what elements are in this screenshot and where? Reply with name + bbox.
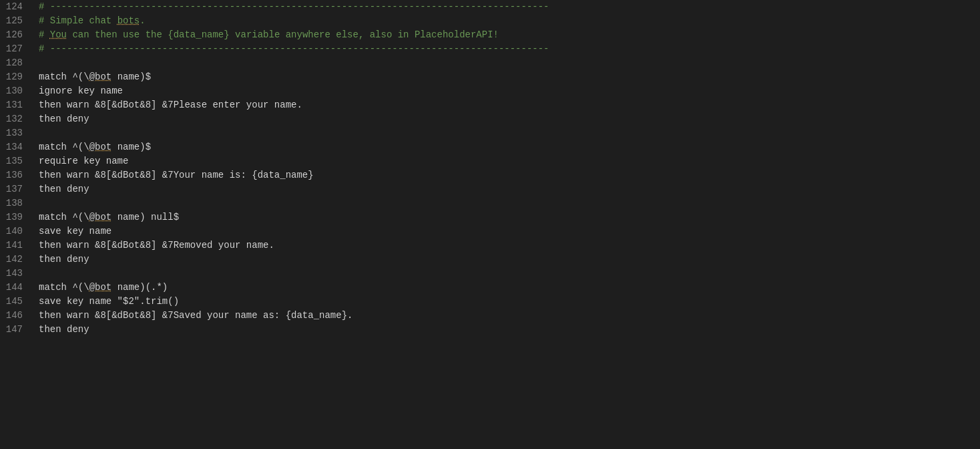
line-content-127: # --------------------------------------… [33,42,980,56]
line-number-133: 133 [0,126,33,140]
line-number-132: 132 [0,112,33,126]
line-content-125: # Simple chat bots. [33,14,980,28]
line-content-135: require key name [33,154,980,168]
code-line-129: 129 match ^(\@bot name)$ [0,70,980,84]
code-line-126: 126 # You can then use the {data_name} v… [0,28,980,42]
line-content-142: then deny [33,253,980,267]
line-content-126: # You can then use the {data_name} varia… [33,28,980,42]
code-line-130: 130 ignore key name [0,84,980,98]
code-line-138: 138 [0,196,980,210]
line-content-138 [33,196,980,210]
line-content-132: then deny [33,112,980,126]
line-content-147: then deny [33,323,980,337]
line-content-141: then warn &8[&dBot&8] &7Removed your nam… [33,239,980,253]
line-number-135: 135 [0,154,33,168]
code-lines: 124 # ----------------------------------… [0,0,980,337]
code-editor[interactable]: 124 # ----------------------------------… [0,0,980,449]
line-number-124: 124 [0,0,33,14]
code-line-142: 142 then deny [0,253,980,267]
line-number-143: 143 [0,267,33,281]
code-line-144: 144 match ^(\@bot name)(.*) [0,281,980,295]
line-number-145: 145 [0,295,33,309]
line-content-128 [33,56,980,70]
line-number-140: 140 [0,224,33,239]
code-line-133: 133 [0,126,980,140]
line-number-141: 141 [0,239,33,253]
line-number-139: 139 [0,210,33,224]
line-number-144: 144 [0,281,33,295]
line-number-136: 136 [0,168,33,182]
code-line-137: 137 then deny [0,182,980,196]
line-content-146: then warn &8[&dBot&8] &7Saved your name … [33,309,980,323]
line-number-126: 126 [0,28,33,42]
line-number-137: 137 [0,182,33,196]
line-number-146: 146 [0,309,33,323]
line-number-130: 130 [0,84,33,98]
code-line-136: 136 then warn &8[&dBot&8] &7Your name is… [0,168,980,182]
line-number-127: 127 [0,42,33,56]
line-number-125: 125 [0,14,33,28]
code-line-128: 128 [0,56,980,70]
line-content-139: match ^(\@bot name) null$ [33,210,980,224]
line-content-129: match ^(\@bot name)$ [33,70,980,84]
code-line-127: 127 # ----------------------------------… [0,42,980,56]
code-line-135: 135 require key name [0,154,980,168]
code-line-145: 145 save key name "$2".trim() [0,295,980,309]
code-line-131: 131 then warn &8[&dBot&8] &7Please enter… [0,98,980,112]
code-line-147: 147 then deny [0,323,980,337]
code-line-146: 146 then warn &8[&dBot&8] &7Saved your n… [0,309,980,323]
code-line-143: 143 [0,267,980,281]
line-content-136: then warn &8[&dBot&8] &7Your name is: {d… [33,168,980,182]
line-content-130: ignore key name [33,84,980,98]
line-number-129: 129 [0,70,33,84]
code-line-141: 141 then warn &8[&dBot&8] &7Removed your… [0,239,980,253]
line-number-147: 147 [0,323,33,337]
line-content-144: match ^(\@bot name)(.*) [33,281,980,295]
line-content-133 [33,126,980,140]
line-content-124: # --------------------------------------… [33,0,980,14]
code-line-140: 140 save key name [0,224,980,239]
line-content-143 [33,267,980,281]
code-line-132: 132 then deny [0,112,980,126]
line-number-142: 142 [0,253,33,267]
line-content-140: save key name [33,224,980,239]
line-number-128: 128 [0,56,33,70]
line-number-134: 134 [0,140,33,154]
line-content-131: then warn &8[&dBot&8] &7Please enter you… [33,98,980,112]
line-number-131: 131 [0,98,33,112]
code-line-124: 124 # ----------------------------------… [0,0,980,14]
line-number-138: 138 [0,196,33,210]
line-content-137: then deny [33,182,980,196]
line-content-134: match ^(\@bot name)$ [33,140,980,154]
line-content-145: save key name "$2".trim() [33,295,980,309]
code-line-125: 125 # Simple chat bots. [0,14,980,28]
code-line-139: 139 match ^(\@bot name) null$ [0,210,980,224]
code-line-134: 134 match ^(\@bot name)$ [0,140,980,154]
